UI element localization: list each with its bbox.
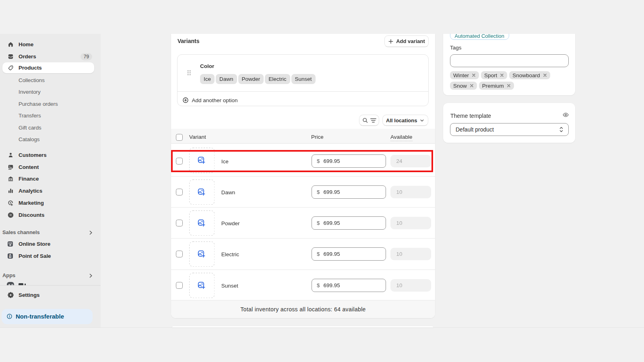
svg-text:S: S xyxy=(9,255,11,257)
